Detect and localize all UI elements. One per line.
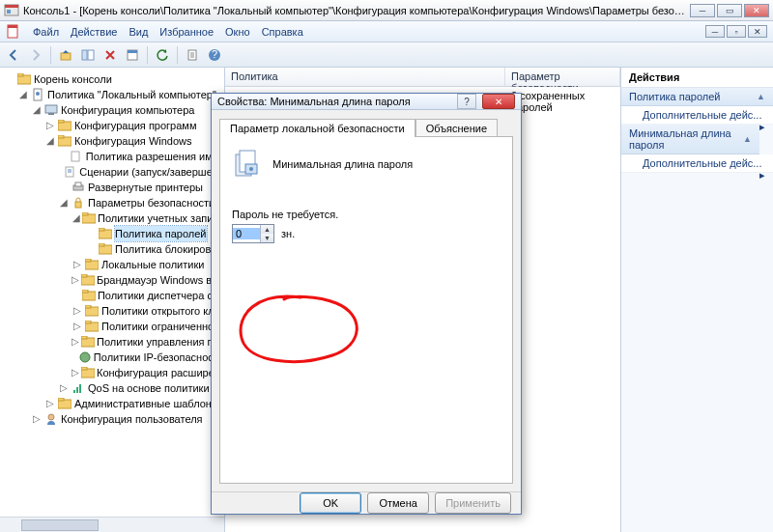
close-button[interactable]: ✕ [744,4,769,17]
tree-lockout-policy[interactable]: Политика блокировки [4,241,224,257]
mdi-restore-button[interactable]: ▫ [727,25,746,38]
spin-up-button[interactable]: ▲ [260,225,273,234]
tree-netlist[interactable]: Политики диспетчера спи [4,288,224,303]
svg-rect-14 [17,73,23,76]
menubar: Файл Действие Вид Избранное Окно Справка… [0,21,773,42]
mdi-close-button[interactable]: ✕ [748,25,767,38]
svg-rect-31 [99,228,104,231]
svg-rect-49 [73,390,75,393]
tree-pwd-policy[interactable]: Политика паролей [4,226,224,241]
menu-file[interactable]: Файл [33,26,59,38]
menu-help[interactable]: Справка [262,26,303,38]
mmc-icon [4,3,19,18]
actions-pane: Действия Политика паролей▲ Дополнительны… [620,68,773,532]
menu-window[interactable]: Окно [225,26,250,38]
forward-button[interactable] [26,45,45,65]
apply-button[interactable]: Применить [435,492,511,514]
tree-name-resolution[interactable]: Политика разрешения имен [4,149,224,164]
dialog-policy-name: Минимальная длина пароля [272,158,413,170]
svg-rect-5 [61,53,71,60]
col-param[interactable]: Параметр безопасности [505,68,620,86]
delete-button[interactable] [100,45,120,65]
actions-more-1[interactable]: Дополнительные дейс... ▸ [621,106,773,125]
menu-favorites[interactable]: Избранное [159,26,214,38]
show-hide-tree-button[interactable] [78,45,98,65]
tree-scripts[interactable]: Сценарии (запуск/завершени [4,164,224,180]
refresh-button[interactable] [153,45,172,65]
tree-user-config[interactable]: ▷Конфигурация пользователя [4,411,224,427]
svg-rect-1 [5,5,18,8]
dialog-close-button[interactable]: ✕ [482,94,515,109]
tree-comp-config[interactable]: ◢Конфигурация компьютера [4,102,224,118]
back-button[interactable] [4,45,23,65]
svg-point-60 [249,167,253,171]
tree-admin-tmpl[interactable]: ▷Административные шаблоны [4,396,224,411]
tree-qos[interactable]: ▷QoS на основе политики [4,380,224,396]
svg-rect-4 [8,25,17,28]
tree-srp[interactable]: ▷Политики ограниченного [4,319,224,334]
tree-win-config[interactable]: ◢Конфигурация Windows [4,133,224,149]
svg-rect-53 [58,398,64,401]
dialog-titlebar[interactable]: Свойства: Минимальная длина пароля ? ✕ [212,94,521,110]
minimize-button[interactable]: ─ [690,4,715,17]
maximize-button[interactable]: ▭ [717,4,742,17]
tree-pane: Корень консоли ◢Политика "Локальный комп… [0,68,225,532]
svg-text:?: ? [212,48,217,60]
tree-firewall[interactable]: ▷Брандмауэр Windows в ре [4,272,224,288]
doc-icon [6,24,21,40]
main-titlebar: Консоль1 - [Корень консоли\Политика "Лок… [0,0,773,21]
tree-pki[interactable]: ▷Политики открытого клю [4,303,224,319]
svg-rect-45 [81,336,87,339]
toolbar: ? [0,42,773,68]
tree-hscroll[interactable] [0,517,224,532]
properties-button[interactable] [123,45,142,65]
tree-app-ctrl[interactable]: ▷Политики управления при [4,334,224,350]
tree-acct-policies[interactable]: ◢Политики учетных записе [4,210,224,226]
tree-adv-audit[interactable]: ▷Конфигурация расширенн [4,365,224,380]
actions-group-minlen[interactable]: Минимальная длина пароля▲ [621,125,759,154]
svg-rect-43 [85,321,91,323]
svg-rect-35 [85,259,91,262]
up-button[interactable] [56,45,75,65]
svg-rect-18 [48,113,54,115]
spin-down-button[interactable]: ▼ [260,234,273,242]
tree-local-policies[interactable]: ▷Локальные политики [4,257,224,272]
chevron-up-icon: ▲ [757,92,765,101]
tree-local-policy[interactable]: ◢Политика "Локальный компьютер" [4,87,224,102]
actions-group-pwd[interactable]: Политика паролей▲ [621,88,773,106]
help-button[interactable]: ? [205,45,224,65]
min-length-spinner[interactable]: ▲ ▼ [232,224,274,243]
tab-explanation[interactable]: Объяснение [415,119,498,137]
ok-button[interactable]: OK [300,492,361,514]
mdi-minimize-button[interactable]: ─ [705,25,725,38]
tab-local-sec[interactable]: Параметр локальной безопасности [219,119,415,137]
svg-rect-41 [85,305,91,308]
actions-more-2[interactable]: Дополнительные дейс... ▸ [621,154,773,173]
unit-label: зн. [281,228,295,239]
tree-sec-params[interactable]: ◢Параметры безопасности [4,195,224,210]
dialog-help-button[interactable]: ? [457,94,476,109]
col-policy[interactable]: Политика [225,68,505,86]
svg-rect-26 [75,182,81,186]
row-param-label: 0 сохраненных паролей [511,90,615,113]
svg-point-46 [80,352,90,362]
cancel-button[interactable]: Отмена [367,492,429,514]
tree-printers[interactable]: Развернутые принтеры [4,180,224,195]
tree-root[interactable]: Корень консоли [4,71,224,87]
menu-action[interactable]: Действие [71,26,117,38]
svg-rect-6 [82,50,87,60]
svg-point-54 [48,414,54,420]
svg-rect-37 [81,274,87,277]
separator [177,46,178,64]
tree-soft-config[interactable]: ▷Конфигурация программ [4,118,224,133]
export-button[interactable] [183,45,202,65]
window-title: Консоль1 - [Корень консоли\Политика "Лок… [23,5,690,16]
dialog-title: Свойства: Минимальная длина пароля [217,96,451,107]
tree-ipsec[interactable]: Политики IP-безопасности [4,350,224,365]
svg-rect-29 [82,212,88,215]
svg-rect-48 [81,367,87,370]
svg-rect-39 [82,290,88,293]
min-length-input[interactable] [233,228,260,239]
policy-icon [232,149,263,180]
menu-view[interactable]: Вид [129,26,148,38]
